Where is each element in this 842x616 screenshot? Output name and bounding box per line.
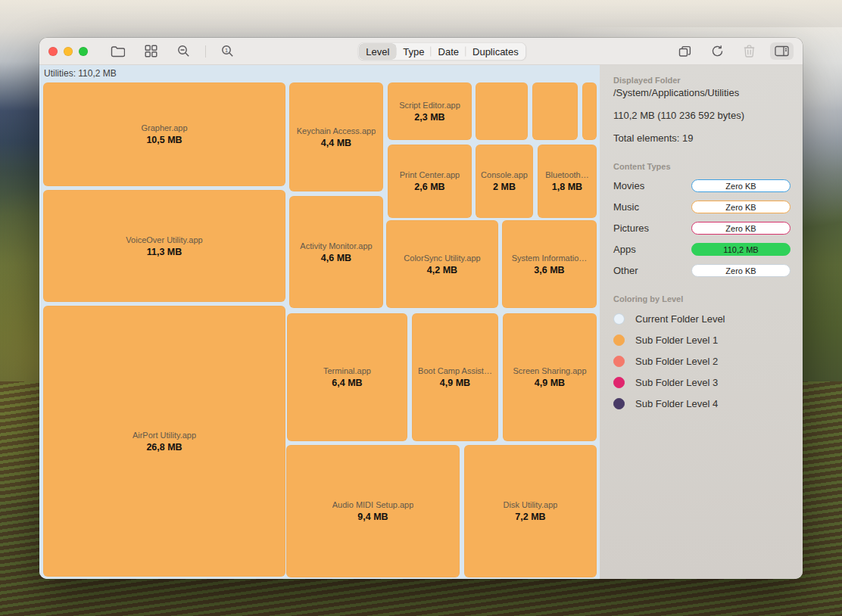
refresh-button[interactable]	[706, 42, 728, 61]
treemap-block-name: System Informatio…	[512, 254, 588, 263]
zoom-actual-icon: 1	[221, 45, 234, 58]
content-type-row: OtherZero KB	[613, 264, 791, 277]
level-legend-label: Sub Folder Level 1	[635, 334, 718, 346]
level-color-swatch-icon	[613, 334, 625, 346]
treemap-block-name: Disk Utility.app	[504, 500, 558, 509]
delete-button[interactable]	[739, 42, 759, 61]
minimize-button[interactable]	[64, 47, 73, 56]
treemap-block-name: ColorSync Utility.app	[404, 254, 480, 263]
copy-button[interactable]	[674, 42, 696, 61]
treemap-block[interactable]: System Informatio…3,6 MB	[502, 220, 597, 308]
treemap-block-size: 2,3 MB	[414, 112, 444, 123]
treemap-panel: Utilities: 110,2 MB Grapher.app10,5 MBVo…	[39, 65, 600, 579]
close-button[interactable]	[48, 47, 58, 56]
level-color-swatch-icon	[613, 356, 625, 367]
level-legend-label: Sub Folder Level 2	[635, 356, 718, 367]
app-window: 1 LevelTypeDateDuplicates Utilities: 110…	[39, 38, 803, 579]
folder-icon	[111, 45, 125, 58]
treemap-block-name: Script Editor.app	[399, 101, 460, 110]
treemap-block[interactable]: Grapher.app10,5 MB	[43, 82, 285, 186]
toolbar: 1 LevelTypeDateDuplicates	[39, 38, 803, 65]
treemap-block[interactable]: Disk Utility.app7,2 MB	[464, 445, 597, 577]
treemap-block[interactable]: Bluetooth…1,8 MB	[538, 145, 597, 218]
level-color-swatch-icon	[613, 377, 625, 388]
tab-date[interactable]: Date	[432, 43, 466, 59]
treemap-block[interactable]: Terminal.app6,4 MB	[287, 313, 407, 441]
treemap-block[interactable]: Keychain Access.app4,4 MB	[289, 82, 383, 191]
info-sidebar: Displayed Folder /System/Applications/Ut…	[600, 65, 803, 579]
treemap-block-size: 26,8 MB	[146, 442, 182, 453]
level-legend-row: Sub Folder Level 1	[613, 334, 791, 346]
treemap-block-size: 4,6 MB	[321, 253, 351, 263]
treemap-block-name: Keychain Access.app	[297, 126, 376, 135]
trash-icon	[744, 45, 755, 58]
total-elements-line: Total elements: 19	[613, 132, 791, 144]
view-mode-segmented-control: LevelTypeDateDuplicates	[358, 42, 525, 60]
treemap-block[interactable]: Audio MIDI Setup.app9,4 MB	[286, 445, 460, 577]
treemap-block[interactable]: Boot Camp Assist…4,9 MB	[412, 313, 498, 441]
content-types-list: MoviesZero KBMusicZero KBPicturesZero KB…	[613, 179, 791, 277]
level-color-swatch-icon	[613, 398, 625, 409]
treemap-block[interactable]: Script Editor.app2,3 MB	[388, 82, 472, 140]
treemap-block-size: 4,2 MB	[427, 265, 457, 275]
treemap-block-size: 3,6 MB	[534, 265, 564, 275]
treemap-block[interactable]	[532, 82, 578, 140]
content-type-size-badge: Zero KB	[691, 201, 791, 213]
zoom-out-icon	[177, 45, 190, 58]
level-legend-label: Sub Folder Level 4	[635, 398, 718, 409]
content-type-label: Pictures	[613, 222, 649, 234]
treemap-block-size: 11,3 MB	[147, 247, 182, 257]
zoom-window-button[interactable]	[79, 47, 88, 56]
treemap-block-size: 1,8 MB	[552, 182, 582, 192]
open-folder-button[interactable]	[106, 42, 129, 61]
treemap-block[interactable]: Print Center.app2,6 MB	[388, 145, 472, 218]
content-type-size-badge: 110,2 MB	[691, 243, 791, 256]
copy-icon	[678, 45, 691, 58]
displayed-folder-path: /System/Applications/Utilities	[613, 87, 791, 98]
treemap-block-name: Print Center.app	[400, 170, 460, 179]
folder-size-line: 110,2 MB (110 236 592 bytes)	[613, 110, 791, 121]
content-type-size-badge: Zero KB	[691, 179, 791, 192]
coloring-by-level-header: Coloring by Level	[613, 294, 791, 303]
content-types-header: Content Types	[613, 162, 791, 171]
treemap-block[interactable]: ColorSync Utility.app4,2 MB	[386, 220, 498, 308]
treemap-block-name: Boot Camp Assist…	[418, 366, 492, 375]
view-grid-button[interactable]	[140, 42, 162, 61]
treemap-block-size: 10,5 MB	[146, 135, 182, 145]
svg-text:1: 1	[225, 47, 228, 54]
treemap-block-size: 6,4 MB	[332, 378, 362, 388]
level-legend-row: Sub Folder Level 2	[613, 356, 791, 367]
traffic-lights	[48, 47, 88, 56]
treemap-block[interactable]: Screen Sharing.app4,9 MB	[503, 313, 597, 441]
treemap-block-name: Screen Sharing.app	[513, 366, 586, 375]
toolbar-divider	[205, 45, 206, 58]
toggle-sidebar-icon	[775, 45, 789, 57]
treemap-block[interactable]: AirPort Utility.app26,8 MB	[43, 306, 285, 577]
tab-level[interactable]: Level	[359, 43, 396, 59]
content-type-row: MusicZero KB	[613, 201, 791, 213]
zoom-actual-size-button[interactable]: 1	[217, 42, 239, 61]
level-legend-row: Sub Folder Level 3	[613, 377, 791, 388]
treemap-block-size: 4,4 MB	[321, 138, 351, 148]
treemap-folder-header: Utilities: 110,2 MB	[39, 65, 600, 79]
coloring-by-level-list: Current Folder LevelSub Folder Level 1Su…	[613, 313, 791, 409]
toggle-sidebar-button[interactable]	[770, 42, 794, 60]
refresh-icon	[711, 45, 724, 58]
content-type-label: Other	[613, 265, 638, 276]
treemap-block[interactable]: Console.app2 MB	[476, 145, 533, 218]
level-legend-row: Sub Folder Level 4	[613, 398, 791, 409]
displayed-folder-header: Displayed Folder	[613, 76, 791, 85]
treemap-block[interactable]: VoiceOver Utility.app11,3 MB	[43, 190, 285, 302]
level-legend-label: Current Folder Level	[635, 313, 725, 325]
treemap-block[interactable]	[582, 82, 597, 140]
treemap-block-name: AirPort Utility.app	[133, 431, 196, 440]
treemap-block-size: 7,2 MB	[515, 512, 545, 522]
treemap-block-name: VoiceOver Utility.app	[126, 235, 202, 244]
treemap-block[interactable]: Activity Monitor.app4,6 MB	[289, 196, 383, 308]
tab-type[interactable]: Type	[396, 43, 431, 59]
content-type-label: Apps	[613, 244, 636, 255]
zoom-out-button[interactable]	[173, 42, 195, 61]
treemap-block[interactable]	[476, 82, 528, 140]
treemap-block-size: 4,9 MB	[535, 378, 565, 388]
tab-duplicates[interactable]: Duplicates	[466, 43, 525, 59]
